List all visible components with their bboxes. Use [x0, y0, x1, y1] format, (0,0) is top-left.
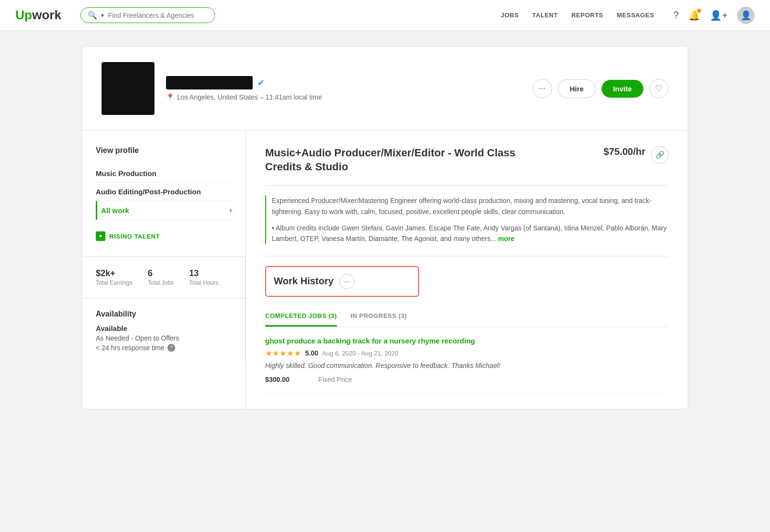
accent-bar [265, 195, 266, 244]
stat-hours: 13 Total Hours [189, 268, 218, 286]
stat-earnings-value: $2k+ [96, 268, 132, 279]
response-time-text: < 24 hrs response time [96, 344, 165, 352]
profile-title-block: Music+Audio Producer/Mixer/Editor - Worl… [265, 146, 544, 174]
logo[interactable]: Upwork [15, 8, 61, 23]
stars-icon: ★★★★★ [265, 349, 301, 358]
nav-jobs[interactable]: JOBS [500, 12, 518, 19]
profile-credits: • Album credits include Gwen Stefani, Ga… [272, 223, 668, 244]
profile-credits-text: • Album credits include Gwen Stefani, Ga… [272, 224, 667, 242]
invite-button[interactable]: Invite [602, 80, 643, 98]
search-input[interactable] [108, 12, 208, 19]
profile-rate-area: $75.00/hr 🔗 [603, 146, 668, 164]
help-tooltip-icon[interactable]: ? [167, 344, 175, 352]
work-history-title: Work History [274, 276, 334, 287]
job-price: $300.00 [265, 376, 290, 383]
rising-talent-icon: ✦ [96, 231, 105, 241]
add-user-icon: 👤+ [710, 10, 728, 21]
profile-info: ✔ 📍 Los Angeles, United States – 11:41am… [166, 76, 521, 101]
stats-row: $2k+ Total Earnings 6 Total Jobs 13 Tota… [82, 256, 245, 298]
availability-status: Available [96, 324, 231, 332]
chevron-right-icon: › [230, 206, 232, 215]
nav-links: JOBS TALENT REPORTS MESSAGES [500, 12, 654, 19]
sidebar-item-music-production[interactable]: Music Production [96, 165, 232, 183]
nav-messages[interactable]: MESSAGES [617, 12, 654, 19]
job-price-row: $300.00 Fixed Price [265, 376, 668, 383]
work-history-section: Work History ··· COMPLETED JOBS (3) IN P… [265, 266, 668, 393]
view-profile-title: View profile [96, 146, 232, 155]
profile-description-section: Experienced Producer/Mixer/Mastering Eng… [265, 195, 668, 256]
all-work-label: All work [101, 206, 129, 215]
profile-name-row: ✔ [166, 76, 521, 89]
rising-talent-badge: ✦ RISING TALENT [96, 231, 232, 241]
job-type: Fixed Price [319, 376, 352, 383]
more-options-button[interactable]: ··· [533, 79, 552, 98]
nav-icons: ? 🔔 👤+ 👤 [673, 7, 755, 24]
verified-badge-icon: ✔ [257, 77, 265, 88]
notification-dot [697, 9, 701, 13]
sidebar: View profile Music Production Audio Edit… [82, 131, 246, 256]
stat-jobs: 6 Total Jobs [148, 268, 174, 286]
work-history-more-button[interactable]: ··· [339, 274, 355, 289]
profile-description: Experienced Producer/Mixer/Mastering Eng… [272, 195, 668, 217]
more-link[interactable]: more [498, 235, 514, 242]
work-history-header: Work History ··· [265, 266, 419, 297]
nav-talent[interactable]: TALENT [532, 12, 558, 19]
job-rating-row: ★★★★★ 5.00 Aug 6, 2020 - Aug 21, 2020 [265, 349, 668, 358]
link-icon: 🔗 [655, 151, 665, 159]
search-dropdown-icon[interactable]: ▾ [101, 12, 104, 19]
profile-header: ✔ 📍 Los Angeles, United States – 11:41am… [82, 47, 688, 131]
location-pin-icon: 📍 [166, 93, 174, 101]
search-icon: 🔍 [88, 11, 97, 20]
search-bar[interactable]: 🔍 ▾ [80, 7, 215, 23]
user-avatar[interactable]: 👤 [737, 7, 755, 24]
logo-work: work [32, 8, 62, 22]
body-layout: View profile Music Production Audio Edit… [82, 131, 688, 409]
availability-section: Availability Available As Needed - Open … [82, 298, 245, 363]
profile-rate: $75.00/hr [603, 146, 645, 157]
profile-title-section: Music+Audio Producer/Mixer/Editor - Worl… [265, 146, 668, 186]
stat-jobs-value: 6 [148, 268, 174, 279]
heart-icon: ♡ [655, 83, 663, 94]
share-link-button[interactable]: 🔗 [651, 146, 668, 164]
job-item: ghost produce a backing track for a nurs… [265, 327, 668, 393]
availability-title: Availability [96, 310, 231, 318]
stat-earnings-label: Total Earnings [96, 279, 132, 286]
question-mark-icon: ? [673, 10, 679, 21]
help-button[interactable]: ? [673, 10, 679, 21]
profile-name-block [166, 76, 253, 89]
job-title[interactable]: ghost produce a backing track for a nurs… [265, 337, 668, 345]
rating-value: 5.00 [305, 349, 318, 357]
hire-button[interactable]: Hire [558, 79, 596, 98]
profile-avatar-image [102, 62, 154, 115]
stat-jobs-label: Total Jobs [148, 279, 174, 286]
profile-title: Music+Audio Producer/Mixer/Editor - Worl… [265, 146, 544, 174]
sidebar-item-audio-editing[interactable]: Audio Editing/Post-Production [96, 183, 232, 201]
sidebar-item-all-work[interactable]: All work › [96, 201, 232, 220]
profile-container: ✔ 📍 Los Angeles, United States – 11:41am… [82, 46, 688, 409]
profile-actions: ··· Hire Invite ♡ [533, 79, 668, 98]
availability-detail: As Needed - Open to Offers [96, 334, 231, 342]
stat-hours-label: Total Hours [189, 279, 218, 286]
navigation: Upwork 🔍 ▾ JOBS TALENT REPORTS MESSAGES … [0, 0, 770, 31]
logo-up: Up [15, 8, 32, 22]
response-time: < 24 hrs response time ? [96, 344, 231, 352]
tab-in-progress[interactable]: IN PROGRESS (3) [350, 306, 407, 327]
avatar-icon: 👤 [741, 10, 751, 21]
location-text: Los Angeles, United States – 11:41am loc… [177, 93, 322, 101]
main-content: Music+Audio Producer/Mixer/Editor - Worl… [246, 131, 688, 409]
stat-hours-value: 13 [189, 268, 218, 279]
add-user-button[interactable]: 👤+ [710, 10, 728, 21]
notifications-button[interactable]: 🔔 [688, 10, 700, 21]
profile-location: 📍 Los Angeles, United States – 11:41am l… [166, 93, 521, 101]
rating-date: Aug 6, 2020 - Aug 21, 2020 [322, 350, 398, 357]
rising-talent-label: RISING TALENT [109, 233, 160, 240]
nav-reports[interactable]: REPORTS [571, 12, 603, 19]
stat-earnings: $2k+ Total Earnings [96, 268, 132, 286]
tab-completed-jobs[interactable]: COMPLETED JOBS (3) [265, 306, 337, 327]
work-history-tabs: COMPLETED JOBS (3) IN PROGRESS (3) [265, 306, 668, 327]
save-heart-button[interactable]: ♡ [649, 79, 668, 98]
job-review: Highly skilled. Good communication. Resp… [265, 361, 668, 371]
